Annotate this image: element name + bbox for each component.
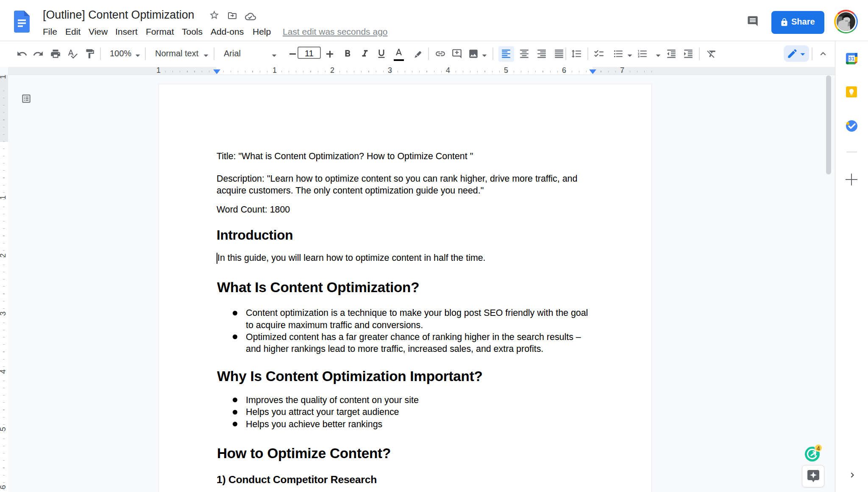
svg-text:31: 31 [849, 56, 855, 62]
